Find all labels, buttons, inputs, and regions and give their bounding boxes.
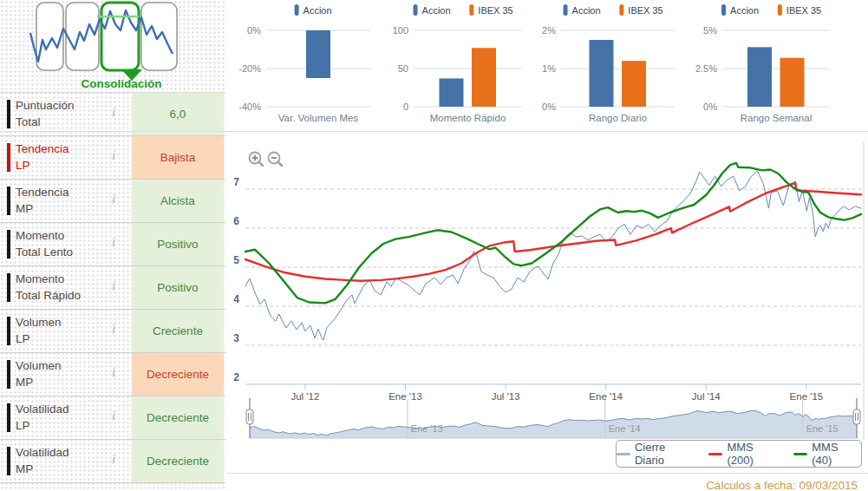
pattern-panel xyxy=(36,3,63,70)
stock-analysis-dashboard: Consolidación PuntuaciónTotali6,0Tendenc… xyxy=(0,0,868,491)
mini-legend-marker-icon[interactable] xyxy=(619,4,623,16)
mini-chart-title: Var. Volumen Mes xyxy=(278,113,359,123)
info-icon[interactable]: i xyxy=(108,322,120,337)
y-axis-label: 4 xyxy=(233,293,239,305)
chart-legend: Cierre DiarioMMS (200)MMS (40) xyxy=(616,440,862,468)
mini-chart-title: Rango Semanal xyxy=(741,113,812,123)
mini-legend-marker-icon[interactable] xyxy=(721,4,726,16)
row-accent-bar xyxy=(7,360,10,389)
mini-ytick-label: 1% xyxy=(542,63,556,74)
x-axis-label: Ene '14 xyxy=(589,391,623,402)
table-row-puntuación-total: PuntuaciónTotali6,0 xyxy=(0,93,225,136)
table-row-tendencia-mp: TendenciaMPiAlcista xyxy=(0,180,225,223)
mini-ytick-label: 100 xyxy=(393,25,408,36)
mini-ytick-label: -40% xyxy=(238,101,261,112)
mini-legend-label[interactable]: IBEX 35 xyxy=(478,5,512,16)
x-axis-label: Jul '13 xyxy=(492,391,520,402)
mini-ytick-label: 50 xyxy=(398,63,408,74)
table-row-momento-total-lento: MomentoTotal LentoiPositivo xyxy=(0,223,225,266)
table-row-volumen-mp: VolumenMPiDecreciente xyxy=(0,353,225,396)
calculation-date-text: Cálculos a fecha: 09/03/2015 xyxy=(706,479,858,491)
bar-accion xyxy=(440,78,464,107)
y-axis-label: 2 xyxy=(233,371,239,383)
footer-divider xyxy=(227,473,868,474)
row-value: Creciente xyxy=(132,310,224,352)
row-label: VolatilidadMP xyxy=(16,444,102,477)
navigator-label: Ene '13 xyxy=(411,423,443,434)
mini-legend-marker-icon[interactable] xyxy=(469,4,473,16)
info-icon[interactable]: i xyxy=(108,365,120,380)
legend-swatch-icon xyxy=(793,453,807,455)
table-row-volatilidad-lp: VolatilidadLPiDecreciente xyxy=(0,396,225,440)
row-value: Bajista xyxy=(132,136,224,179)
info-icon[interactable]: i xyxy=(108,278,120,293)
row-label: TendenciaLP xyxy=(16,141,102,173)
row-label: TendenciaMP xyxy=(16,184,102,217)
pattern-sparkline-image: Consolidación xyxy=(0,0,225,92)
mini-legend-label[interactable]: IBEX 35 xyxy=(628,5,662,16)
bar-ibex-35 xyxy=(780,58,805,107)
mini-legend-label[interactable]: Accion xyxy=(422,5,451,16)
indicator-summary-table: PuntuaciónTotali6,0TendenciaLPiBajistaTe… xyxy=(0,92,225,483)
row-value: Decreciente xyxy=(132,440,224,482)
mini-legend-marker-icon[interactable] xyxy=(778,4,782,16)
legend-swatch-icon xyxy=(617,453,630,455)
info-icon[interactable]: i xyxy=(108,409,120,423)
row-accent-bar xyxy=(7,143,10,172)
mini-legend-marker-icon[interactable] xyxy=(414,4,418,16)
mini-ytick-label: 5% xyxy=(703,25,717,36)
info-icon[interactable]: i xyxy=(108,235,120,250)
mini-legend-marker-icon[interactable] xyxy=(295,4,299,16)
row-accent-bar xyxy=(7,447,10,475)
mini-chart-title: Rango Diario xyxy=(589,113,647,123)
legend-item-mms200[interactable]: MMS (200) xyxy=(708,441,782,467)
legend-item-mms40[interactable]: MMS (40) xyxy=(793,441,861,467)
mini-legend-label[interactable]: Accion xyxy=(730,5,759,16)
mini-legend-label[interactable]: Accion xyxy=(303,5,332,16)
zoom-out-button[interactable] xyxy=(269,153,283,167)
series-cierrediario xyxy=(245,171,861,340)
info-icon[interactable]: i xyxy=(108,452,120,467)
row-accent-bar xyxy=(7,317,10,345)
price-chart: 234567Jul '12Ene '13Jul '13Ene '14Jul '1… xyxy=(227,134,868,473)
mini-bar-charts: 0%-20%-40%AccionVar. Volumen Mes100500Ac… xyxy=(227,0,868,131)
row-accent-bar xyxy=(7,403,10,432)
row-label: MomentoTotal Lento xyxy=(16,227,102,260)
top-divider xyxy=(0,131,868,132)
info-icon[interactable]: i xyxy=(108,148,120,163)
table-row-tendencia-lp: TendenciaLPiBajista xyxy=(0,136,225,180)
y-axis-label: 7 xyxy=(233,176,239,188)
mini-legend-marker-icon[interactable] xyxy=(564,4,568,16)
table-row-volatilidad-mp: VolatilidadMPiDecreciente xyxy=(0,440,225,483)
x-axis-label: Jul '12 xyxy=(290,391,319,402)
mini-ytick-label: -20% xyxy=(238,63,261,74)
row-label: PuntuaciónTotal xyxy=(16,97,102,130)
bar-ibex-35 xyxy=(622,61,646,107)
info-icon[interactable]: i xyxy=(108,192,120,206)
series-mms200 xyxy=(245,183,861,281)
pattern-thumbnail-widget: Consolidación xyxy=(0,0,225,92)
mini-legend-label[interactable]: Accion xyxy=(572,5,601,16)
legend-item-cierrediario[interactable]: Cierre Diario xyxy=(617,441,697,467)
y-axis-label: 6 xyxy=(233,215,239,227)
row-value: 6,0 xyxy=(132,93,224,135)
x-axis-label: Ene '13 xyxy=(388,391,422,402)
mini-chart-title: Momento Rápido xyxy=(430,113,506,123)
y-axis-label: 3 xyxy=(233,332,239,344)
mini-legend-label[interactable]: IBEX 35 xyxy=(786,5,821,16)
legend-label: MMS (40) xyxy=(812,441,861,467)
row-value: Positivo xyxy=(132,223,224,265)
row-accent-bar xyxy=(7,230,10,259)
x-axis-label: Ene '15 xyxy=(790,391,824,402)
row-accent-bar xyxy=(7,187,10,215)
row-value: Positivo xyxy=(132,266,224,309)
row-accent-bar xyxy=(7,273,10,302)
navigator-label: Ene '14 xyxy=(609,423,641,434)
row-accent-bar xyxy=(7,100,10,128)
zoom-in-button[interactable] xyxy=(250,153,264,167)
bar-accion xyxy=(590,40,614,107)
x-axis-label: Jul '14 xyxy=(692,391,721,402)
row-label: VolumenMP xyxy=(16,357,102,390)
pattern-label: Consolidación xyxy=(81,77,161,90)
info-icon[interactable]: i xyxy=(108,105,120,120)
